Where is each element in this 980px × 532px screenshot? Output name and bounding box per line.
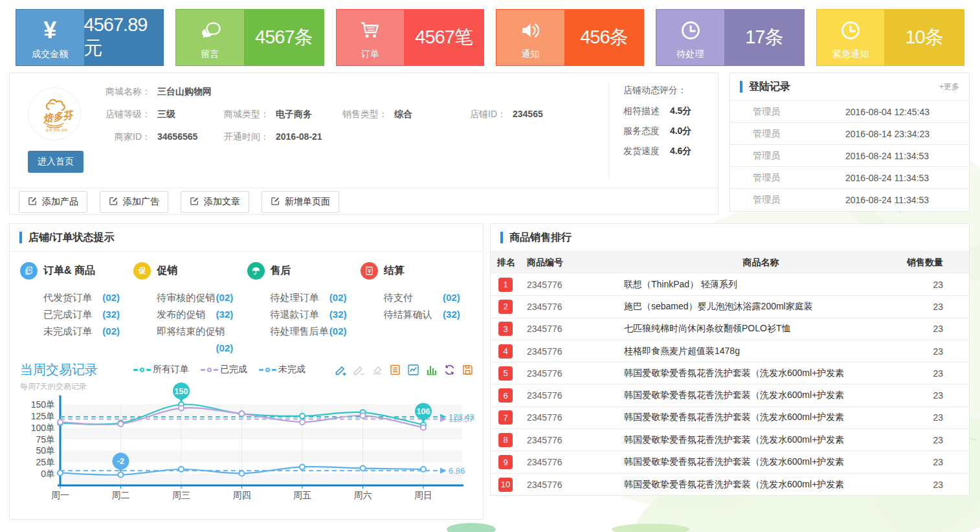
status-item[interactable]: 已完成订单 (32) xyxy=(43,306,120,323)
stat-card-value: 10条 xyxy=(884,10,964,65)
login-record-row: 管理员 2016-08-04 12:45:43 xyxy=(730,101,969,123)
mark-add-icon[interactable] xyxy=(335,364,347,376)
status-item[interactable]: 待结算确认 (32) xyxy=(384,306,460,323)
edit-icon xyxy=(271,196,280,208)
speaker-icon xyxy=(518,17,542,43)
mark-clear-icon[interactable] xyxy=(371,364,383,376)
status-group-title: 订单& 商品 xyxy=(43,264,95,278)
status-panel-title: 店铺/订单状态提示 xyxy=(28,231,114,245)
shop-field: 店铺ID： 234565 xyxy=(456,109,574,120)
ranking-table-row: 6 2345776 韩国爱敬挚爱香氛花香洗护套装（洗发水600ml+护发素 23 xyxy=(491,384,969,406)
product-name-link[interactable]: 桂格即食燕麦片超值装1478g xyxy=(624,346,898,357)
svg-text:-2: -2 xyxy=(117,457,124,466)
ranking-table-row: 2 2345776 施巴（sebamed）婴儿泡泡沐浴露200ml家庭装 23 xyxy=(491,296,969,318)
product-name-link[interactable]: 韩国爱敬挚爱香氛花香洗护套装（洗发水600ml+护发素 xyxy=(624,390,898,401)
product-name-link[interactable]: 韩国爱敬挚爱香氛花香洗护套装（洗发水600ml+护发素 xyxy=(624,368,898,379)
restore-icon[interactable] xyxy=(443,364,456,376)
svg-text:150单: 150单 xyxy=(31,399,55,410)
product-name-link[interactable]: 韩国爱敬挚爱香氛花香洗护套装（洗发水600ml+护发素 xyxy=(624,412,898,423)
svg-text:50单: 50单 xyxy=(36,445,55,456)
product-name-link[interactable]: 七匹狼纯棉时尚休闲条纹翻领POLO衫T恤 xyxy=(624,323,898,335)
quick-action-button[interactable]: 添加文章 xyxy=(181,191,249,213)
product-name-link[interactable]: 韩国爱敬挚爱香氛花香洗护套装（洗发水600ml+护发素 xyxy=(624,434,898,446)
bar-chart-icon[interactable] xyxy=(425,364,438,376)
rating-row: 发货速度 4.6分 xyxy=(623,146,718,157)
product-name-link[interactable]: 韩国爱敬挚爱香氛花香洗护套装（洗发水600ml+护发素 xyxy=(624,479,898,491)
status-group: 促 促销 待审核的促销 (02) 发布的促销 (32) 即将结束的促销 (02) xyxy=(133,262,247,357)
save-image-icon[interactable] xyxy=(462,364,474,376)
umbrella-icon xyxy=(247,262,265,280)
edit-icon xyxy=(190,196,199,208)
sales-ranking-panel: 商品销售排行 排名 商品编号 商品名称 销售数量 1 2345776 联想（Th… xyxy=(490,223,970,496)
login-record-row: 管理员 2016-08-14 23:34:23 xyxy=(730,123,969,145)
clock-icon xyxy=(679,17,702,43)
svg-text:25单: 25单 xyxy=(36,457,55,467)
rank-badge: 10 xyxy=(498,478,513,492)
shop-field: 开通时间： 2016-08-21 xyxy=(219,131,337,143)
shop-field: 商城名称： 三台山购物网 xyxy=(100,86,219,98)
documents-icon xyxy=(20,262,38,280)
status-item[interactable]: 代发货订单 (02) xyxy=(43,289,120,306)
ranking-table-row: 5 2345776 韩国爱敬挚爱香氛花香洗护套装（洗发水600ml+护发素 23 xyxy=(491,362,969,384)
quick-action-button[interactable]: 新增单页面 xyxy=(262,191,339,213)
quick-action-button[interactable]: 添加产品 xyxy=(19,191,87,213)
status-item[interactable]: 待处理售后单 (02) xyxy=(271,323,347,340)
svg-text:100单: 100单 xyxy=(31,423,55,433)
product-name-link[interactable]: 联想（ThinkPad） 轻薄系列 xyxy=(624,279,898,291)
svg-text:周二: 周二 xyxy=(112,490,130,500)
legend-item[interactable]: 未完成 xyxy=(259,364,306,375)
data-view-icon[interactable] xyxy=(389,364,401,376)
enter-home-button[interactable]: 进入首页 xyxy=(28,151,84,173)
status-item[interactable]: 发布的促销 (32) xyxy=(157,306,233,323)
shop-ratings: 店铺动态评分： 相符描述 4.5分 服务态度 4.0分 发货速度 4.6分 xyxy=(608,82,718,179)
svg-text:106: 106 xyxy=(417,407,430,416)
status-item[interactable]: 待处理订单 (02) xyxy=(271,289,347,306)
more-link[interactable]: +更多 xyxy=(939,82,959,93)
svg-text:118.57: 118.57 xyxy=(449,414,474,424)
promo-icon: 促 xyxy=(133,262,151,280)
stat-card-label: 成交金额 xyxy=(32,49,68,60)
stat-cards-row: ¥ 成交金额 4567.89元 留言 4567条 订单 4567笔 通知 456… xyxy=(16,9,964,66)
stat-card-label: 通知 xyxy=(521,49,539,60)
shop-field: 店铺等级： 三级 xyxy=(100,109,219,120)
shop-info-panel: 焙多芬 面包·烘焙·蛋糕 进入首页 商城名称： 三台山购物网 店铺等级： 三级 … xyxy=(9,72,718,215)
svg-text:6.86: 6.86 xyxy=(449,466,465,476)
product-name-link[interactable]: 施巴（sebamed）婴儿泡泡沐浴露200ml家庭装 xyxy=(624,301,898,313)
line-chart-icon[interactable] xyxy=(407,364,419,376)
status-panel: 店铺/订单状态提示 订单& 商品 代发货订单 (02) 已完成订单 (32) 未… xyxy=(9,223,484,520)
stat-card: 紧急通知 10条 xyxy=(816,9,964,66)
stat-card-value: 4567条 xyxy=(244,10,324,65)
login-record-row: 管理员 2016-08-24 11:34:53 xyxy=(730,145,969,167)
legend-item[interactable]: 所有订单 xyxy=(133,364,189,375)
stat-card: 通知 456条 xyxy=(496,9,644,66)
svg-text:焙多芬: 焙多芬 xyxy=(41,109,75,124)
stat-card-label: 待处理 xyxy=(677,49,704,60)
status-item[interactable]: 待审核的促销 (02) xyxy=(157,289,233,306)
legend-item[interactable]: 已完成 xyxy=(201,364,247,375)
status-item[interactable]: 待退款订单 (32) xyxy=(271,306,347,323)
stat-card-value: 456条 xyxy=(564,10,644,65)
ranking-table-row: 4 2345776 桂格即食燕麦片超值装1478g 23 xyxy=(491,340,969,362)
weekly-transactions-chart: 0单25单50单75单100单125单150单周一周二周三周四周五周六周日123… xyxy=(15,381,474,511)
ranking-table-row: 10 2345776 韩国爱敬挚爱香氛花香洗护套装（洗发水600ml+护发素 2… xyxy=(491,474,969,496)
login-record-row: 管理员 2016-08-24 11:34:53 xyxy=(730,167,969,189)
status-item[interactable]: 未完成订单 (02) xyxy=(43,323,120,340)
product-name-link[interactable]: 韩国爱敬挚爱香氛花香洗护套装（洗发水600ml+护发素 xyxy=(624,456,898,468)
shop-field: 商城类型： 电子商务 xyxy=(219,109,337,120)
cart-icon xyxy=(359,17,382,43)
shop-field: 商家ID： 34656565 xyxy=(100,131,219,143)
stat-card-value: 4567笔 xyxy=(404,10,484,65)
mark-remove-icon[interactable] xyxy=(353,364,365,376)
status-item[interactable]: 待支付 (02) xyxy=(384,289,460,306)
ranking-table-row: 9 2345776 韩国爱敬挚爱香氛花香洗护套装（洗发水600ml+护发素 23 xyxy=(491,451,969,473)
ranking-panel-title: 商品销售排行 xyxy=(509,231,572,245)
stat-card: 订单 4567笔 xyxy=(336,9,484,66)
rank-badge: 8 xyxy=(498,433,513,447)
svg-text:周日: 周日 xyxy=(414,490,432,500)
status-item[interactable]: 即将结束的促销 (02) xyxy=(157,323,233,357)
rank-badge: 9 xyxy=(498,455,513,469)
quick-action-button[interactable]: 添加广告 xyxy=(100,191,168,213)
stat-card-value: 4567.89元 xyxy=(84,10,164,65)
stat-card-label: 订单 xyxy=(361,49,379,60)
svg-text:75单: 75单 xyxy=(36,434,55,445)
